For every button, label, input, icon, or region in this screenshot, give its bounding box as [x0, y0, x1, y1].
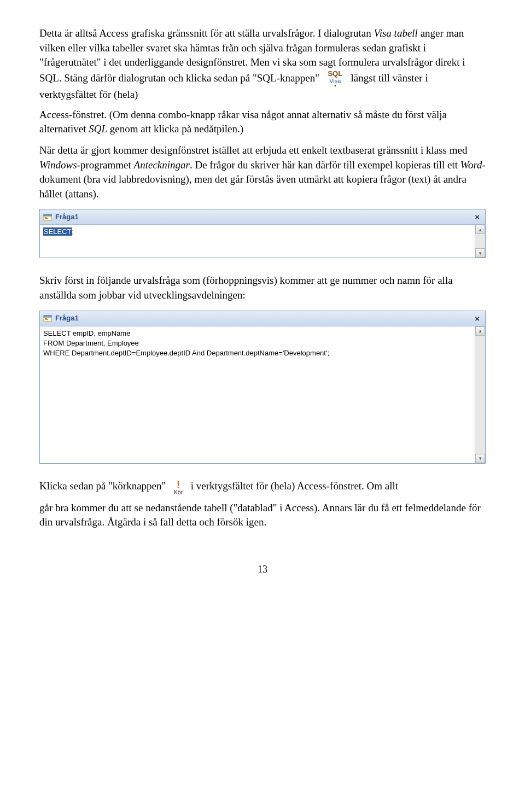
svg-rect-5 [44, 316, 51, 317]
sql-editor-window-2: Fråga1 × SELECT empID, empName FROM Depa… [39, 311, 486, 464]
close-icon[interactable]: × [472, 313, 482, 324]
text: Detta är alltså Access grafiska gränssni… [39, 27, 374, 39]
scrollbar[interactable]: ▴ ▾ [475, 225, 485, 258]
paragraph-6: går bra kommer du att se nedanstående ta… [39, 501, 486, 530]
svg-rect-7 [45, 319, 48, 320]
window-titlebar: Fråga1 × [40, 209, 485, 225]
paragraph-4: Skriv först in följande urvalsfråga som … [39, 273, 486, 302]
scroll-up-icon[interactable]: ▴ [475, 326, 485, 336]
text: ; [72, 227, 74, 236]
paragraph-1: Detta är alltså Access grafiska gränssni… [39, 26, 486, 102]
query-icon [43, 213, 52, 221]
query-icon [43, 314, 52, 322]
svg-rect-6 [45, 318, 47, 319]
window-title: Fråga1 [55, 313, 79, 323]
paragraph-2: Access-fönstret. (Om denna combo-knapp r… [39, 108, 486, 137]
sql-icon-label: SQL [324, 70, 346, 77]
text-italic: Word [460, 159, 482, 171]
paragraph-3: När detta är gjort kommer designfönstret… [39, 143, 486, 201]
text: Klicka sedan på "körknappen" [39, 480, 168, 492]
svg-rect-2 [45, 217, 47, 218]
run-button-icon: !Kör [171, 479, 186, 495]
scroll-down-icon[interactable]: ▾ [475, 454, 485, 463]
text-italic: SQL [89, 123, 107, 135]
sql-text-area[interactable]: SELECT empID, empName FROM Department, E… [40, 326, 475, 463]
text: -programmet [77, 159, 134, 171]
run-icon-caption: Kör [171, 490, 186, 495]
window-title: Fråga1 [55, 212, 79, 222]
sql-line: WHERE Department.deptID=Employee.deptID … [43, 349, 329, 357]
page-number: 13 [39, 563, 486, 576]
text: När detta är gjort kommer designfönstret… [39, 144, 467, 156]
scroll-up-icon[interactable]: ▴ [475, 225, 485, 234]
text: . De frågor du skriver här kan därför ti… [190, 159, 460, 171]
text-italic: Windows [39, 159, 77, 171]
selected-text: SELECT [43, 227, 72, 236]
svg-rect-1 [44, 214, 51, 216]
text-italic: Anteckningar [134, 159, 190, 171]
sql-text-area[interactable]: SELECT; [40, 225, 475, 258]
window-titlebar: Fråga1 × [40, 311, 485, 326]
sql-line: FROM Department, Employee [43, 339, 139, 347]
sql-view-button-icon: SQLVisa▾ [324, 70, 346, 87]
chevron-down-icon: ▾ [324, 84, 346, 87]
sql-line: SELECT empID, empName [43, 329, 130, 337]
text: i verktygsfältet för (hela) Access-fönst… [188, 480, 398, 492]
paragraph-5: Klicka sedan på "körknappen" !Kör i verk… [39, 479, 486, 495]
exclamation-icon: ! [171, 479, 186, 490]
text-italic: Visa tabell [374, 27, 418, 39]
scrollbar[interactable]: ▴ ▾ [475, 326, 485, 463]
scroll-down-icon[interactable]: ▾ [475, 248, 485, 258]
close-icon[interactable]: × [472, 211, 482, 223]
sql-editor-window-1: Fråga1 × SELECT; ▴ ▾ [39, 209, 486, 258]
text: genom att klicka på nedåtpilen.) [107, 123, 243, 135]
svg-rect-3 [45, 218, 48, 219]
